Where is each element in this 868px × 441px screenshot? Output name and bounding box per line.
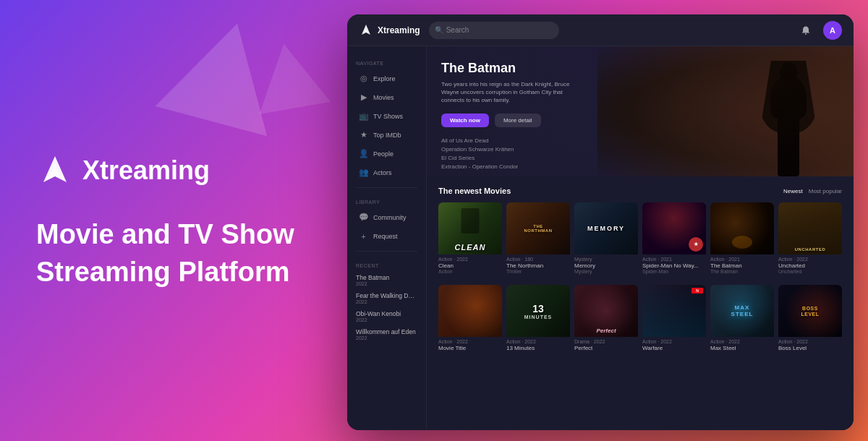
movie-meta-spiderman: Action · 2021 [642,257,706,262]
movie-poster-spiderman: ★ [642,202,706,254]
movie-info-clean: Action · 2022 Clean Action [438,254,502,276]
related-item-4[interactable]: Extraction - Operation Condor [441,163,839,170]
movie-name-northman: The Northman [506,262,570,269]
app-name: Xtreaming [378,25,420,35]
movie-info-spiderman: Action · 2021 Spider-Man No Way... Spide… [642,254,706,276]
movie-name-memory: Memory [574,262,638,269]
sidebar-item-community[interactable]: 💬 Community [350,208,423,226]
related-item-2[interactable]: Operation Schwarze Krähen [441,146,839,153]
app-logo: Xtreaming [359,23,420,38]
library-section-label: LIBRARY [347,194,426,207]
spiderman-badge: ★ [689,237,703,252]
movie-poster-warfare: N [642,285,706,337]
movie-poster-batman [710,202,774,254]
brand-logo: Xtreaming [36,152,304,189]
movie-info-warfare: Action · 2022 Warfare [642,337,706,354]
sidebar-item-topimdb[interactable]: ★ Top IMDb [350,126,423,144]
app-window: Xtreaming 🔍 Search A NAVIGATE ◎ Explore … [347,14,854,430]
tv-icon: 📺 [359,111,368,121]
movie-name-spiderman: Spider-Man No Way... [642,262,706,269]
movie-genre-northman: Thriller [506,269,570,274]
movie-genre-memory: Mystery [574,269,638,274]
movie-card-uncharted[interactable]: UNCHARTED Action · 2022 Uncharted Unchar… [778,202,842,276]
movie-poster-13min: 13 MINUTES [506,285,570,337]
tagline-line1: Movie and TV Show [36,218,304,252]
movie-card-batman[interactable]: Action · 2021 The Batman The Batman [710,202,774,276]
avatar[interactable]: A [823,21,842,40]
movie-meta-maxsteel: Action · 2022 [710,339,774,344]
movies-grid-row1: CLEAN Action · 2022 Clean Action [438,202,842,276]
recent-obiwan-title: Obi-Wan Kenobi [356,310,417,317]
filter-popular[interactable]: Most popular [809,188,842,194]
sidebar-people-label: People [373,150,393,158]
more-detail-button[interactable]: More detail [495,114,541,127]
movie-poster-memory: MEMORY [574,202,638,254]
content-area: The Batman Two years into his reign as t… [427,46,854,430]
sidebar-item-movies[interactable]: ▶ Movies [350,88,423,106]
movie-name-clean: Clean [438,262,502,269]
movie-card-warfare[interactable]: N Action · 2022 Warfare [642,285,706,354]
movie-card-clean[interactable]: CLEAN Action · 2022 Clean Action [438,202,502,276]
movie-info-row2-1: Action · 2022 Movie Title [438,337,502,354]
sidebar-item-actors[interactable]: 👥 Actors [350,163,423,181]
movie-meta-perfect: Drama · 2022 [574,339,638,344]
movie-meta-13min: Action · 2022 [506,339,570,344]
recent-batman-sub: 2022 [356,281,417,286]
poster-text-maxsteel: MAX [735,304,750,311]
compass-icon: ◎ [359,74,368,83]
movie-card-memory[interactable]: MEMORY Mystery Memory Mystery [574,202,638,276]
movie-genre-uncharted: Uncharted [778,269,842,274]
movie-poster-uncharted: UNCHARTED [778,202,842,254]
related-item-3[interactable]: El Cid Series [441,155,839,161]
star-icon: ★ [359,130,368,140]
sidebar: NAVIGATE ◎ Explore ▶ Movies 📺 TV Shows ★… [347,46,427,430]
notification-icon[interactable] [797,22,814,39]
sidebar-community-label: Community [373,214,407,221]
movie-poster-bosslevel: BOSS LEVEL [778,285,842,337]
hero-content: The Batman Two years into his reign as t… [427,46,854,176]
sidebar-item-request[interactable]: + Request [350,227,423,245]
recent-item-batman[interactable]: The Batman 2022 [347,271,426,289]
movie-meta-batman: Action · 2021 [710,257,774,262]
sidebar-explore-label: Explore [373,75,396,82]
sidebar-item-people[interactable]: 👤 People [350,145,423,163]
search-bar[interactable]: 🔍 Search [429,22,559,39]
movie-meta-memory: Mystery [574,257,638,262]
movie-card-maxsteel[interactable]: MAX STEEL Action · 2022 Max Steel [710,285,774,354]
poster-text-bosslevel-1: BOSS [802,306,818,311]
search-icon: 🔍 [435,26,443,34]
poster-text-clean: CLEAN [455,243,486,252]
recent-item-obiwan[interactable]: Obi-Wan Kenobi 2022 [347,307,426,325]
movie-info-bosslevel: Action · 2022 Boss Level [778,337,842,354]
movie-poster-maxsteel: MAX STEEL [710,285,774,337]
movie-card-13minutes[interactable]: 13 MINUTES Action · 2022 13 Minutes [506,285,570,354]
movie-info-northman: Action · 180 The Northman Thriller [506,254,570,276]
sidebar-divider-2 [356,251,417,252]
hero-buttons: Watch now More detail [441,114,839,127]
section-header: The newest Movies Newest Most popular [438,187,842,195]
watch-now-button[interactable]: Watch now [441,114,489,127]
recent-eden-title: Willkommen auf Eden [356,328,417,335]
poster-text-bosslevel-2: LEVEL [801,312,819,317]
svg-point-0 [805,33,807,35]
recent-item-eden[interactable]: Willkommen auf Eden 2022 [347,325,426,343]
movie-meta-bosslevel: Action · 2022 [778,339,842,344]
filter-newest[interactable]: Newest [783,188,803,194]
film-icon: ▶ [359,93,368,102]
sidebar-request-label: Request [373,233,398,240]
movie-card-northman[interactable]: THENORTHMAN Action · 180 The Northman Th… [506,202,570,276]
sidebar-tvshows-label: TV Shows [373,113,403,120]
movie-card-row2-1[interactable]: Action · 2022 Movie Title [438,285,502,354]
movie-card-bosslevel[interactable]: BOSS LEVEL Action · 2022 Boss Level [778,285,842,354]
movie-card-spiderman[interactable]: ★ Action · 2021 Spider-Man No Way... Spi… [642,202,706,276]
sidebar-item-explore[interactable]: ◎ Explore [350,69,423,87]
user-icon: 👤 [359,149,368,158]
deco-triangle-2 [248,38,331,114]
movie-card-perfect[interactable]: Perfect Drama · 2022 Perfect [574,285,638,354]
sidebar-item-tvshows[interactable]: 📺 TV Shows [350,107,423,125]
related-item-1[interactable]: All of Us Are Dead [441,137,839,144]
movie-name-bosslevel: Boss Level [778,345,842,351]
tagline: Movie and TV Show Streaming Platform [36,218,304,288]
recent-item-walking-dead[interactable]: Fear the Walking Dead 2022 [347,289,426,307]
movie-genre-batman: The Batman [710,269,774,274]
